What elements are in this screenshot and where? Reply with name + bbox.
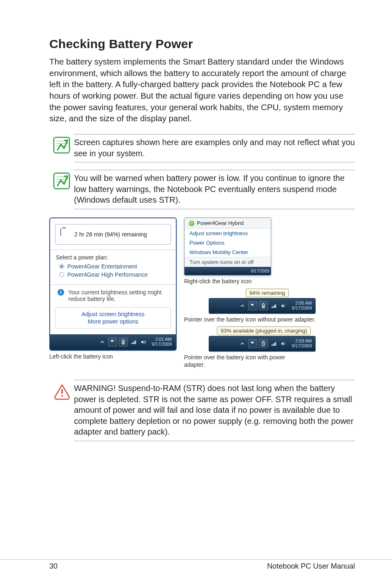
power-plan-2-label: Power4Gear High Performance: [67, 271, 148, 278]
intro-paragraph: The battery system implements the Smart …: [49, 56, 355, 124]
svg-rect-9: [263, 341, 264, 342]
svg-rect-7: [263, 305, 264, 308]
caption-right-click: Right-click the battery icon: [184, 278, 355, 285]
note-1-text: Screen captures shown here are examples …: [74, 134, 355, 162]
network-icon[interactable]: [129, 338, 138, 346]
page-number: 30: [49, 562, 58, 571]
svg-rect-4: [122, 341, 124, 344]
svg-rect-6: [263, 303, 264, 304]
network-icon[interactable]: [270, 302, 278, 310]
tooltip-with-adapter: 93% available (plugged in, charging) 2:0…: [209, 326, 316, 352]
tooltip-1-bubble: 94% remaining: [246, 289, 289, 297]
footer-title: Notebook PC User Manual: [267, 562, 355, 571]
battery-charging-icon[interactable]: [259, 339, 268, 348]
caption-tooltip-1: Pointer over the battery icon without po…: [184, 316, 355, 324]
select-power-plan-label: Select a power plan:: [56, 254, 170, 261]
radio-selected-icon: [59, 264, 64, 269]
svg-rect-3: [123, 340, 124, 340]
flag-icon[interactable]: [108, 338, 117, 347]
ctx-power-options[interactable]: Power Options: [184, 238, 271, 248]
caption-tooltip-2: Pointer over the battery icon with power…: [184, 354, 291, 368]
volume-icon[interactable]: [279, 302, 288, 310]
battery-popup: 2 hr 28 min (94%) remaining Select a pow…: [49, 217, 177, 351]
remaining-text: 2 hr 28 min (94%) remaining: [74, 231, 147, 238]
ctx-taskbar-date: 9/17/2009: [251, 269, 270, 273]
tooltip2-date: 9/17/2009: [292, 344, 312, 349]
power-plan-option-1[interactable]: Power4Gear Entertainment: [59, 263, 170, 270]
network-icon[interactable]: [270, 340, 278, 348]
caption-left-click: Left-click the battery icon: [49, 353, 177, 361]
more-power-options-link[interactable]: More power options: [55, 318, 171, 325]
taskbar: 2:01 AM 9/17/2009: [50, 334, 176, 350]
battery-context-menu: Power4Gear Hybrid Adjust screen brightne…: [184, 217, 271, 275]
tooltip-no-adapter: 94% remaining 2:05 AM 9/17/2009: [209, 289, 316, 314]
warning-block: WARNING! Suspend-to-RAM (STR) does not l…: [49, 380, 355, 441]
warning-icon: [53, 384, 70, 400]
flag-icon[interactable]: [248, 301, 257, 310]
note-icon: [53, 172, 71, 192]
radio-icon: [59, 272, 64, 277]
chevron-up-icon[interactable]: [98, 338, 106, 346]
note-block-1: Screen captures shown here are examples …: [49, 134, 355, 162]
brightness-info-text: Your current brightness setting might re…: [68, 289, 170, 302]
svg-rect-11: [61, 389, 63, 394]
flag-icon[interactable]: [248, 339, 257, 348]
ctx-mobility-center[interactable]: Windows Mobility Center: [184, 248, 271, 257]
context-menu-title: Power4Gear Hybrid: [197, 220, 244, 226]
tooltip1-date: 9/17/2009: [292, 306, 312, 311]
volume-icon[interactable]: [279, 340, 288, 348]
warning-text: WARNING! Suspend-to-RAM (STR) does not l…: [74, 380, 355, 441]
chevron-up-icon[interactable]: [238, 340, 247, 348]
info-icon: i: [58, 289, 64, 296]
ctx-turn-icons[interactable]: Turn system icons on or off: [184, 257, 271, 267]
ctx-adjust-brightness[interactable]: Adjust screen brightness: [184, 229, 271, 238]
tooltip1-time: 2:05 AM: [292, 301, 312, 306]
brightness-info: i Your current brightness setting might …: [50, 286, 176, 304]
svg-point-10: [61, 395, 63, 397]
power-plan-1-label: Power4Gear Entertainment: [67, 263, 137, 270]
note-icon: [53, 136, 71, 156]
page-heading: Checking Battery Power: [49, 37, 355, 51]
power4gear-icon: [189, 220, 194, 226]
note-2-text: You will be warned when battery power is…: [74, 170, 355, 209]
battery-tray-icon[interactable]: [119, 338, 128, 347]
chevron-up-icon[interactable]: [238, 302, 247, 310]
battery-icon: [60, 229, 68, 240]
volume-icon[interactable]: [139, 338, 148, 346]
battery-tray-icon[interactable]: [259, 301, 268, 310]
tooltip-2-bubble: 93% available (plugged in, charging): [217, 326, 311, 335]
adjust-brightness-link[interactable]: Adjust screen brightness: [55, 311, 171, 317]
power-plan-option-2[interactable]: Power4Gear High Performance: [59, 271, 170, 278]
remaining-box: 2 hr 28 min (94%) remaining: [55, 224, 171, 245]
note-block-2: You will be warned when battery power is…: [49, 170, 355, 209]
taskbar-date: 9/17/2009: [152, 342, 172, 347]
